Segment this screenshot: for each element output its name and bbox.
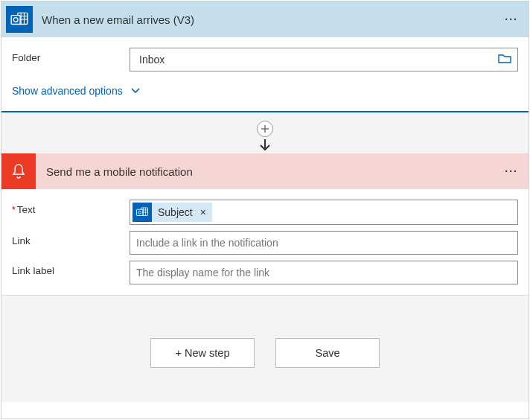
action-header[interactable]: Send me a mobile notification ··· bbox=[1, 153, 529, 189]
subject-token[interactable]: Subject × bbox=[132, 203, 212, 222]
outlook-icon bbox=[6, 6, 33, 33]
folder-value: Inbox bbox=[139, 54, 498, 66]
save-button[interactable]: Save bbox=[275, 338, 380, 368]
footer: + New step Save bbox=[1, 295, 529, 402]
action-body: Text bbox=[1, 189, 529, 295]
token-label: Subject bbox=[158, 206, 193, 218]
action-card: Send me a mobile notification ··· Text bbox=[1, 153, 529, 295]
connector-area bbox=[1, 112, 529, 153]
action-title: Send me a mobile notification bbox=[46, 165, 505, 178]
trigger-card: When a new email arrives (V3) ··· Folder… bbox=[1, 1, 529, 112]
svg-rect-5 bbox=[11, 16, 20, 25]
new-step-button[interactable]: + New step bbox=[150, 338, 255, 368]
text-label: Text bbox=[12, 200, 130, 215]
text-input[interactable]: Subject × bbox=[130, 200, 518, 225]
folder-picker-icon[interactable] bbox=[498, 53, 511, 66]
trigger-body: Folder Inbox Show advanced options bbox=[1, 37, 529, 111]
chevron-down-icon bbox=[130, 85, 141, 97]
folder-label: Folder bbox=[12, 48, 130, 63]
trigger-title: When a new email arrives (V3) bbox=[42, 13, 505, 26]
action-more-button[interactable]: ··· bbox=[505, 165, 518, 177]
link-input[interactable]: Include a link in the notification bbox=[130, 231, 518, 255]
outlook-token-icon bbox=[132, 203, 152, 222]
link-label-placeholder: The display name for the link bbox=[136, 267, 269, 279]
show-advanced-options-link[interactable]: Show advanced options bbox=[12, 85, 141, 97]
link-label-label: Link label bbox=[12, 261, 130, 276]
trigger-more-button[interactable]: ··· bbox=[505, 13, 518, 25]
svg-rect-15 bbox=[137, 209, 143, 215]
folder-input[interactable]: Inbox bbox=[130, 48, 518, 71]
token-remove-button[interactable]: × bbox=[200, 206, 206, 218]
arrow-down-icon bbox=[258, 138, 272, 156]
advanced-label: Show advanced options bbox=[12, 85, 123, 97]
flow-designer-canvas: When a new email arrives (V3) ··· Folder… bbox=[1, 1, 529, 419]
add-step-button[interactable] bbox=[257, 121, 273, 137]
link-label: Link bbox=[12, 231, 130, 246]
link-placeholder: Include a link in the notification bbox=[136, 237, 278, 249]
trigger-header[interactable]: When a new email arrives (V3) ··· bbox=[1, 1, 529, 37]
link-label-input[interactable]: The display name for the link bbox=[130, 261, 518, 284]
bell-icon bbox=[1, 153, 36, 189]
